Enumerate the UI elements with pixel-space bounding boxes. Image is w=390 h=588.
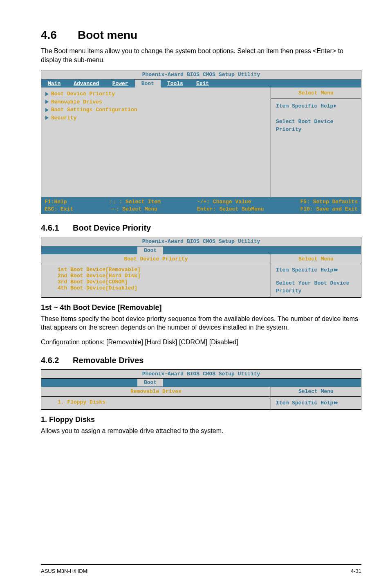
footer-col-2: ↑↓ : Select Item →←: Select Menu [110, 198, 161, 213]
bios-tab-bar: Boot [41, 246, 361, 254]
boot-device-4[interactable]: 4th Boot Device[Disabled] [58, 285, 267, 291]
bios-screenshot-removable-drives: Phoenix-Award BIOS CMOS Setup Utility Bo… [41, 369, 361, 410]
config-options: Configuration options: [Removable] [Hard… [41, 338, 361, 347]
menu-item-boot-device-priority[interactable]: Boot Device Priority [45, 90, 267, 98]
bios-screenshot-boot-priority: Phoenix-Award BIOS CMOS Setup Utility Bo… [41, 237, 361, 298]
bios-title: Phoenix-Award BIOS CMOS Setup Utility [41, 70, 361, 79]
item-specific-help-label: Item Specific Help [276, 267, 356, 274]
bios-title: Phoenix-Award BIOS CMOS Setup Utility [41, 237, 361, 246]
footer-product: ASUS M3N-H/HDMI [41, 568, 89, 574]
option-description: These items specify the boot device prio… [41, 314, 361, 332]
help-double-arrow-icon [333, 268, 338, 272]
subsection-title: Removable Drives [73, 356, 143, 365]
removable-drive-1[interactable]: 1. Floppy Disks [58, 399, 267, 405]
footer-col-4: F5: Setup Defaults F10: Save and Exit [300, 198, 358, 213]
panel-header: Boot Device Priority [41, 254, 271, 264]
help-text: Select Boot Device Priority [276, 118, 356, 134]
help-text: Select Your Boot Device Priority [276, 280, 356, 294]
tab-main[interactable]: Main [41, 80, 67, 88]
footer-col-3: -/+: Change Value Enter: Select SubMenu [197, 198, 264, 213]
help-arrow-icon [334, 104, 336, 108]
tab-tools[interactable]: Tools [161, 80, 190, 88]
bios-footer-bar: F1:Help ESC: Exit ↑↓ : Select Item →←: S… [41, 197, 361, 214]
bios-tab-bar: Main Advanced Power Boot Tools Exit [41, 79, 361, 88]
submenu-arrow-icon [45, 92, 49, 96]
right-header: Select Menu [271, 254, 361, 264]
bios-left-panel: Boot Device Priority Removable Drives Bo… [41, 88, 271, 197]
submenu-arrow-icon [45, 116, 49, 120]
section-number: 4.6 [41, 29, 78, 42]
page-footer: ASUS M3N-H/HDMI 4-31 [41, 564, 361, 574]
option-description: Allows you to assign a removable drive a… [41, 426, 361, 435]
right-header: Select Menu [271, 387, 361, 397]
section-title: Boot menu [78, 29, 137, 41]
boot-device-2[interactable]: 2nd Boot Device[Hard Disk] [58, 273, 267, 279]
bios-left-panel: 1st Boot Device[Removable] 2nd Boot Devi… [41, 264, 271, 295]
item-specific-help-label: Item Specific Help [276, 400, 356, 406]
bios-title: Phoenix-Award BIOS CMOS Setup Utility [41, 370, 361, 379]
subsection-title: Boot Device Priority [73, 223, 151, 232]
submenu-arrow-icon [45, 108, 49, 112]
panel-header: Removable Drives [41, 387, 271, 397]
subsection-number: 4.6.2 [41, 356, 73, 365]
tab-power[interactable]: Power [106, 80, 135, 88]
right-header: Select Menu [271, 88, 361, 99]
help-double-arrow-icon [333, 401, 338, 404]
tab-boot[interactable]: Boot [137, 379, 163, 386]
boot-device-1[interactable]: 1st Boot Device[Removable] [58, 267, 267, 273]
footer-col-1: F1:Help ESC: Exit [45, 198, 73, 213]
submenu-arrow-icon [45, 100, 49, 104]
tab-boot[interactable]: Boot [137, 247, 163, 254]
subsection-heading: 4.6.2Removable Drives [41, 356, 361, 365]
boot-device-3[interactable]: 3rd Boot Device[CDROM] [58, 279, 267, 285]
menu-item-boot-settings-config[interactable]: Boot Settings Configuration [45, 106, 267, 114]
bios-right-panel: Select Menu Item Specific Help [271, 387, 361, 409]
footer-page-number: 4-31 [351, 568, 361, 574]
bios-right-panel: Select Menu Item Specific Help Select Bo… [271, 88, 361, 197]
tab-exit[interactable]: Exit [190, 80, 215, 88]
tab-boot[interactable]: Boot [135, 80, 161, 88]
option-heading: 1st ~ 4th Boot Device [Removable] [41, 303, 361, 312]
bios-right-panel: Select Menu Item Specific Help Select Yo… [271, 254, 361, 297]
menu-item-removable-drives[interactable]: Removable Drives [45, 98, 267, 106]
menu-item-security[interactable]: Security [45, 114, 267, 122]
item-specific-help-label: Item Specific Help [276, 102, 356, 110]
bios-screenshot-boot-menu: Phoenix-Award BIOS CMOS Setup Utility Ma… [41, 70, 361, 214]
bios-left-panel: 1. Floppy Disks [41, 397, 271, 409]
bios-tab-bar: Boot [41, 379, 361, 387]
option-heading: 1. Floppy Disks [41, 415, 361, 424]
section-heading: 4.6Boot menu [41, 29, 361, 42]
section-intro: The Boot menu items allow you to change … [41, 47, 361, 64]
tab-advanced[interactable]: Advanced [67, 80, 105, 88]
subsection-number: 4.6.1 [41, 223, 73, 233]
subsection-heading: 4.6.1Boot Device Priority [41, 223, 361, 233]
